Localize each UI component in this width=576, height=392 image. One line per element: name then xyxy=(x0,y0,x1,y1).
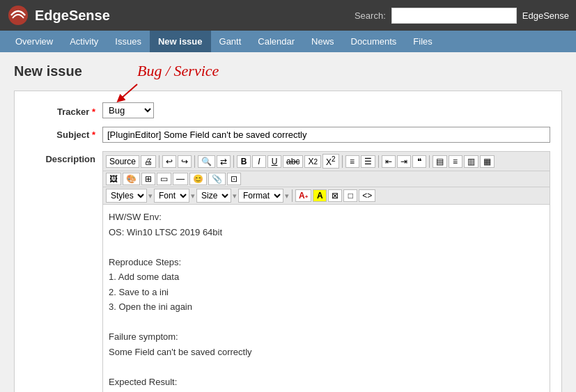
editor-toolbar-2: 🖼 🎨 ⊞ ▭ — 😊 📎 ⊡ xyxy=(103,171,550,187)
logo-icon xyxy=(7,4,29,26)
annotation-arrow-icon xyxy=(116,83,144,104)
source-btn[interactable]: Source xyxy=(106,155,139,168)
toolbar-sep-2 xyxy=(194,155,195,168)
align-right-btn[interactable]: ▥ xyxy=(464,155,478,168)
replace-btn[interactable]: ⇄ xyxy=(217,155,231,168)
undo-btn[interactable]: ↩ xyxy=(162,155,176,168)
insert-btn[interactable]: ⊡ xyxy=(227,173,241,185)
content-line-5: 1. Add some data xyxy=(109,270,544,284)
main-content: New issue Tracker * Bug / Service xyxy=(0,52,576,392)
font-chevron-icon: ▾ xyxy=(191,191,195,201)
toolbar-sep-3 xyxy=(233,155,234,168)
styles-chevron-icon: ▾ xyxy=(148,191,153,201)
toolbar-sep-6 xyxy=(429,155,430,168)
clear-format-btn[interactable]: ⊠ xyxy=(328,189,342,202)
image-btn[interactable]: 🖼 xyxy=(106,173,121,185)
frame-btn[interactable]: ▭ xyxy=(157,173,171,185)
content-line-1: HW/SW Env: xyxy=(109,210,544,224)
bold-btn[interactable]: B xyxy=(237,155,251,168)
editor-toolbar-1: Source 🖨 ↩ ↪ 🔍 ⇄ B I U abc X2 X2 ≡ xyxy=(103,152,550,171)
content-line-2: OS: Win10 LTSC 2019 64bit xyxy=(109,226,544,240)
list-ol-btn[interactable]: ≡ xyxy=(345,155,359,168)
svg-line-2 xyxy=(120,84,137,100)
italic-btn[interactable]: I xyxy=(252,155,266,168)
align-center-btn[interactable]: ≡ xyxy=(449,155,462,168)
code-btn[interactable]: <> xyxy=(359,189,375,202)
app-name: EdgeSense xyxy=(35,8,110,24)
toolbar-sep-1 xyxy=(159,155,159,168)
content-line-6: 2. Save to a ini xyxy=(109,285,544,299)
page-title: New issue xyxy=(14,63,562,79)
underline-btn[interactable]: U xyxy=(267,155,281,168)
font-color-btn[interactable]: A+ xyxy=(295,189,311,202)
toolbar-sep-7 xyxy=(292,189,293,202)
size-chevron-icon: ▾ xyxy=(233,191,237,201)
nav-documents[interactable]: Documents xyxy=(343,31,405,52)
navigation: Overview Activity Issues New issue Gantt… xyxy=(0,31,576,52)
content-line-11 xyxy=(109,360,544,374)
tracker-label: Tracker * xyxy=(26,104,102,117)
print-icon-btn[interactable]: 🖨 xyxy=(141,155,156,168)
align-justify-btn[interactable]: ▦ xyxy=(480,155,495,168)
outdent-btn[interactable]: ⇤ xyxy=(382,155,396,168)
editor-toolbar-3: Styles ▾ Font ▾ Size ▾ Format ▾ xyxy=(103,187,550,205)
subject-input[interactable] xyxy=(102,127,550,143)
description-label: Description xyxy=(26,151,102,164)
logo-area: EdgeSense xyxy=(7,4,110,26)
table-btn[interactable]: ⊞ xyxy=(141,173,155,185)
redo-btn[interactable]: ↪ xyxy=(178,155,192,168)
nav-activity[interactable]: Activity xyxy=(61,31,107,52)
nav-calendar[interactable]: Calendar xyxy=(249,31,303,52)
content-line-7: 3. Open the ini again xyxy=(109,300,544,314)
tracker-control: Bug / Service Bug Service xyxy=(102,102,154,118)
attachment-btn[interactable]: 📎 xyxy=(208,173,226,185)
nav-issues[interactable]: Issues xyxy=(107,31,150,52)
blockquote-btn[interactable]: ❝ xyxy=(412,155,426,168)
search-label: Search: xyxy=(355,10,386,21)
content-line-12: Expected Result: xyxy=(109,375,544,389)
emoji-btn[interactable]: 😊 xyxy=(189,173,207,185)
search-input[interactable] xyxy=(391,8,517,24)
format-select[interactable]: Format xyxy=(238,189,283,203)
issue-form: Tracker * Bug / Service Bug Se xyxy=(14,91,562,392)
strikethrough-btn[interactable]: abc xyxy=(283,155,303,168)
search-button[interactable]: EdgeSense xyxy=(522,10,569,21)
toolbar-sep-5 xyxy=(378,155,379,168)
nav-files[interactable]: Files xyxy=(405,31,440,52)
superscript-btn[interactable]: X2 xyxy=(322,154,339,168)
content-line-4: Reproduce Steps: xyxy=(109,256,544,269)
editor-content[interactable]: HW/SW Env: OS: Win10 LTSC 2019 64bit Rep… xyxy=(103,205,550,392)
highlight-btn[interactable]: A xyxy=(313,189,327,202)
tracker-select[interactable]: Bug Service xyxy=(102,102,154,118)
subject-row: Subject * xyxy=(26,127,550,143)
nav-overview[interactable]: Overview xyxy=(7,31,61,52)
content-line-3 xyxy=(109,240,544,254)
editor-container: Source 🖨 ↩ ↪ 🔍 ⇄ B I U abc X2 X2 ≡ xyxy=(102,151,550,392)
box-btn[interactable]: □ xyxy=(343,189,357,202)
header: EdgeSense Search: EdgeSense xyxy=(0,0,576,31)
align-left-btn[interactable]: ▤ xyxy=(433,155,447,168)
size-select[interactable]: Size xyxy=(196,189,231,203)
annotation-label: Bug / Service xyxy=(137,62,219,80)
list-ul-btn[interactable]: ☰ xyxy=(361,155,375,168)
indent-btn[interactable]: ⇥ xyxy=(397,155,411,168)
content-line-8 xyxy=(109,315,544,329)
content-line-9: Failure symptom: xyxy=(109,330,544,344)
nav-new-issue[interactable]: New issue xyxy=(150,31,211,52)
find-btn[interactable]: 🔍 xyxy=(198,155,215,168)
hline-btn[interactable]: — xyxy=(173,173,188,185)
color-btn[interactable]: 🎨 xyxy=(123,173,140,185)
nav-news[interactable]: News xyxy=(303,31,343,52)
subscript-btn[interactable]: X2 xyxy=(304,155,321,168)
nav-gantt[interactable]: Gantt xyxy=(211,31,250,52)
toolbar-sep-4 xyxy=(342,155,343,168)
font-select[interactable]: Font xyxy=(154,189,189,203)
subject-label: Subject * xyxy=(26,127,102,140)
search-area: Search: EdgeSense xyxy=(355,8,569,24)
format-chevron-icon: ▾ xyxy=(285,191,289,201)
content-line-10: Some Field can't be saved correctly xyxy=(109,345,544,359)
tracker-row: Tracker * Bug / Service Bug Se xyxy=(26,102,550,118)
styles-select[interactable]: Styles xyxy=(106,189,147,203)
description-row: Description Source 🖨 ↩ ↪ 🔍 ⇄ B I U abc xyxy=(26,151,550,392)
